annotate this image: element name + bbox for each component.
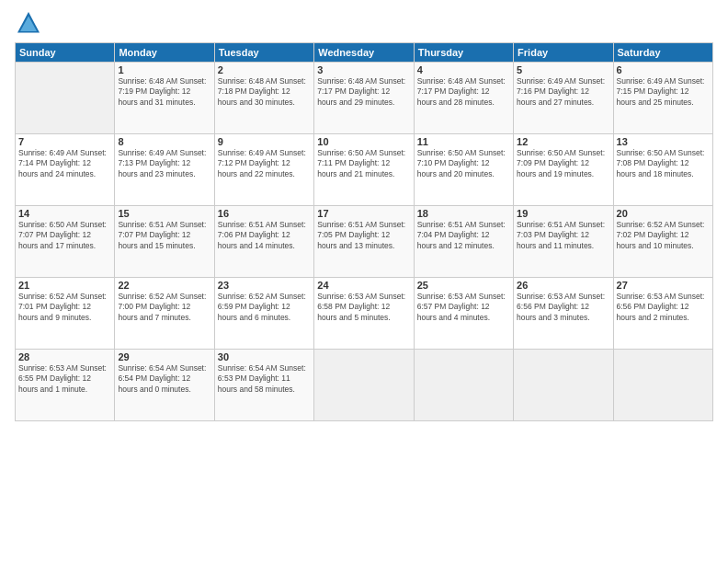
- cell-content: Sunrise: 6:52 AM Sunset: 7:00 PM Dayligh…: [118, 292, 210, 323]
- calendar-cell: 30Sunrise: 6:54 AM Sunset: 6:53 PM Dayli…: [214, 350, 313, 421]
- calendar-cell: 3Sunrise: 6:48 AM Sunset: 7:17 PM Daylig…: [314, 63, 414, 134]
- calendar-cell: 19Sunrise: 6:51 AM Sunset: 7:03 PM Dayli…: [514, 206, 613, 278]
- weekday-header-sunday: Sunday: [16, 43, 115, 63]
- day-number: 22: [118, 280, 210, 291]
- calendar-cell: 29Sunrise: 6:54 AM Sunset: 6:54 PM Dayli…: [115, 350, 214, 421]
- cell-content: Sunrise: 6:48 AM Sunset: 7:17 PM Dayligh…: [417, 76, 510, 108]
- weekday-header-monday: Monday: [115, 43, 214, 63]
- header: [15, 9, 713, 37]
- calendar-cell: 23Sunrise: 6:52 AM Sunset: 6:59 PM Dayli…: [214, 278, 313, 350]
- day-number: 24: [317, 280, 410, 291]
- day-number: 29: [118, 351, 210, 362]
- day-number: 5: [517, 64, 609, 75]
- calendar-table: SundayMondayTuesdayWednesdayThursdayFrid…: [15, 42, 713, 421]
- day-number: 26: [517, 280, 609, 291]
- calendar-cell: 4Sunrise: 6:48 AM Sunset: 7:17 PM Daylig…: [414, 63, 513, 134]
- day-number: 3: [317, 64, 410, 75]
- calendar-cell: 10Sunrise: 6:50 AM Sunset: 7:11 PM Dayli…: [314, 134, 414, 206]
- calendar-cell: 28Sunrise: 6:53 AM Sunset: 6:55 PM Dayli…: [16, 350, 115, 421]
- day-number: 18: [417, 208, 510, 219]
- calendar-cell: 27Sunrise: 6:53 AM Sunset: 6:56 PM Dayli…: [613, 278, 712, 350]
- cell-content: Sunrise: 6:51 AM Sunset: 7:06 PM Dayligh…: [218, 220, 311, 251]
- cell-content: Sunrise: 6:48 AM Sunset: 7:17 PM Dayligh…: [317, 76, 410, 108]
- week-row-5: 28Sunrise: 6:53 AM Sunset: 6:55 PM Dayli…: [16, 350, 713, 421]
- cell-content: Sunrise: 6:50 AM Sunset: 7:11 PM Dayligh…: [317, 148, 410, 179]
- cell-content: Sunrise: 6:54 AM Sunset: 6:54 PM Dayligh…: [118, 363, 210, 395]
- calendar-cell: 26Sunrise: 6:53 AM Sunset: 6:56 PM Dayli…: [514, 278, 613, 350]
- cell-content: Sunrise: 6:53 AM Sunset: 6:56 PM Dayligh…: [617, 292, 710, 323]
- calendar-cell: 16Sunrise: 6:51 AM Sunset: 7:06 PM Dayli…: [214, 206, 313, 278]
- calendar-cell: [314, 350, 414, 421]
- day-number: 25: [417, 280, 510, 291]
- day-number: 1: [118, 64, 210, 75]
- calendar-cell: 13Sunrise: 6:50 AM Sunset: 7:08 PM Dayli…: [613, 134, 712, 206]
- weekday-header-tuesday: Tuesday: [214, 43, 313, 63]
- calendar-cell: 2Sunrise: 6:48 AM Sunset: 7:18 PM Daylig…: [214, 63, 313, 134]
- day-number: 16: [218, 208, 311, 219]
- cell-content: Sunrise: 6:49 AM Sunset: 7:15 PM Dayligh…: [617, 76, 710, 108]
- day-number: 13: [617, 136, 710, 147]
- week-row-3: 14Sunrise: 6:50 AM Sunset: 7:07 PM Dayli…: [16, 206, 713, 278]
- day-number: 6: [617, 64, 710, 75]
- day-number: 19: [517, 208, 609, 219]
- day-number: 12: [517, 136, 609, 147]
- day-number: 2: [218, 64, 311, 75]
- calendar-cell: [514, 350, 613, 421]
- calendar-cell: 14Sunrise: 6:50 AM Sunset: 7:07 PM Dayli…: [16, 206, 115, 278]
- calendar-cell: 1Sunrise: 6:48 AM Sunset: 7:19 PM Daylig…: [115, 63, 214, 134]
- day-number: 4: [417, 64, 510, 75]
- calendar-cell: 7Sunrise: 6:49 AM Sunset: 7:14 PM Daylig…: [16, 134, 115, 206]
- cell-content: Sunrise: 6:49 AM Sunset: 7:13 PM Dayligh…: [118, 148, 210, 179]
- calendar-cell: 17Sunrise: 6:51 AM Sunset: 7:05 PM Dayli…: [314, 206, 414, 278]
- cell-content: Sunrise: 6:54 AM Sunset: 6:53 PM Dayligh…: [218, 363, 311, 395]
- cell-content: Sunrise: 6:48 AM Sunset: 7:19 PM Dayligh…: [118, 76, 210, 108]
- calendar-cell: [414, 350, 513, 421]
- calendar-cell: 18Sunrise: 6:51 AM Sunset: 7:04 PM Dayli…: [414, 206, 513, 278]
- weekday-header-friday: Friday: [514, 43, 613, 63]
- day-number: 23: [218, 280, 311, 291]
- calendar-cell: 11Sunrise: 6:50 AM Sunset: 7:10 PM Dayli…: [414, 134, 513, 206]
- day-number: 9: [218, 136, 311, 147]
- calendar-cell: 12Sunrise: 6:50 AM Sunset: 7:09 PM Dayli…: [514, 134, 613, 206]
- page: SundayMondayTuesdayWednesdayThursdayFrid…: [0, 0, 728, 563]
- day-number: 17: [317, 208, 410, 219]
- day-number: 28: [18, 351, 111, 362]
- calendar-cell: 15Sunrise: 6:51 AM Sunset: 7:07 PM Dayli…: [115, 206, 214, 278]
- cell-content: Sunrise: 6:53 AM Sunset: 6:57 PM Dayligh…: [417, 292, 510, 323]
- cell-content: Sunrise: 6:52 AM Sunset: 7:01 PM Dayligh…: [18, 292, 111, 323]
- week-row-1: 1Sunrise: 6:48 AM Sunset: 7:19 PM Daylig…: [16, 63, 713, 134]
- day-number: 8: [118, 136, 210, 147]
- day-number: 21: [18, 280, 111, 291]
- cell-content: Sunrise: 6:51 AM Sunset: 7:03 PM Dayligh…: [517, 220, 609, 251]
- cell-content: Sunrise: 6:51 AM Sunset: 7:04 PM Dayligh…: [417, 220, 510, 251]
- day-number: 10: [317, 136, 410, 147]
- weekday-header-thursday: Thursday: [414, 43, 513, 63]
- cell-content: Sunrise: 6:48 AM Sunset: 7:18 PM Dayligh…: [218, 76, 311, 108]
- day-number: 14: [18, 208, 111, 219]
- calendar-cell: 25Sunrise: 6:53 AM Sunset: 6:57 PM Dayli…: [414, 278, 513, 350]
- cell-content: Sunrise: 6:49 AM Sunset: 7:16 PM Dayligh…: [517, 76, 609, 108]
- calendar-cell: 22Sunrise: 6:52 AM Sunset: 7:00 PM Dayli…: [115, 278, 214, 350]
- cell-content: Sunrise: 6:50 AM Sunset: 7:07 PM Dayligh…: [18, 220, 111, 251]
- day-number: 15: [118, 208, 210, 219]
- cell-content: Sunrise: 6:53 AM Sunset: 6:55 PM Dayligh…: [18, 363, 111, 395]
- cell-content: Sunrise: 6:50 AM Sunset: 7:10 PM Dayligh…: [417, 148, 510, 179]
- day-number: 20: [617, 208, 710, 219]
- calendar-cell: 20Sunrise: 6:52 AM Sunset: 7:02 PM Dayli…: [613, 206, 712, 278]
- cell-content: Sunrise: 6:53 AM Sunset: 6:56 PM Dayligh…: [517, 292, 609, 323]
- cell-content: Sunrise: 6:52 AM Sunset: 6:59 PM Dayligh…: [218, 292, 311, 323]
- calendar-cell: 5Sunrise: 6:49 AM Sunset: 7:16 PM Daylig…: [514, 63, 613, 134]
- cell-content: Sunrise: 6:52 AM Sunset: 7:02 PM Dayligh…: [617, 220, 710, 251]
- week-row-4: 21Sunrise: 6:52 AM Sunset: 7:01 PM Dayli…: [16, 278, 713, 350]
- day-number: 27: [617, 280, 710, 291]
- calendar-cell: [16, 63, 115, 134]
- calendar-cell: 9Sunrise: 6:49 AM Sunset: 7:12 PM Daylig…: [214, 134, 313, 206]
- cell-content: Sunrise: 6:49 AM Sunset: 7:12 PM Dayligh…: [218, 148, 311, 179]
- logo-icon: [15, 9, 42, 37]
- cell-content: Sunrise: 6:51 AM Sunset: 7:05 PM Dayligh…: [317, 220, 410, 251]
- cell-content: Sunrise: 6:50 AM Sunset: 7:08 PM Dayligh…: [617, 148, 710, 179]
- weekday-header-row: SundayMondayTuesdayWednesdayThursdayFrid…: [16, 43, 713, 63]
- weekday-header-saturday: Saturday: [613, 43, 712, 63]
- weekday-header-wednesday: Wednesday: [314, 43, 414, 63]
- logo: [15, 9, 44, 37]
